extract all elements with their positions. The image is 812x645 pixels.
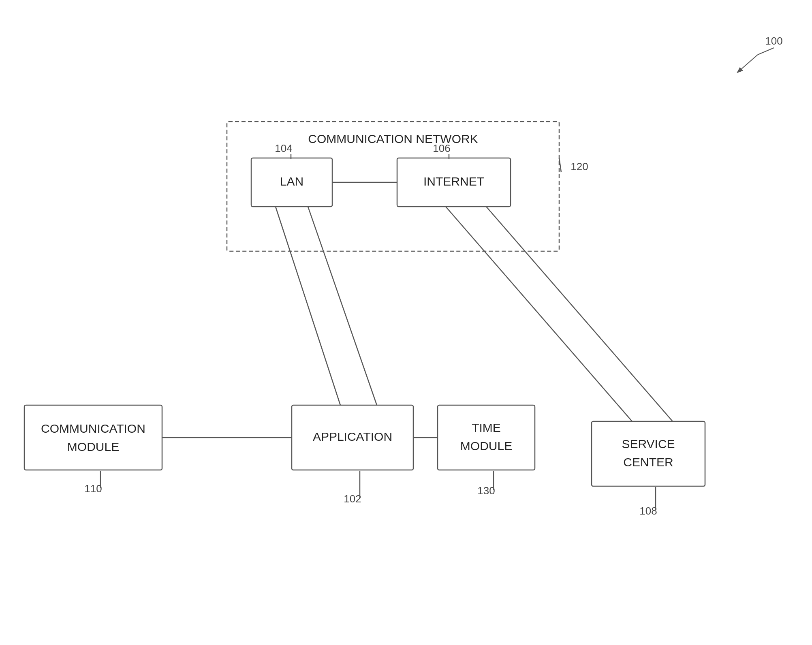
comm-network-ref: 120 <box>571 160 588 173</box>
service-center-label2: CENTER <box>623 455 673 469</box>
lan-ref: 104 <box>275 142 292 154</box>
svg-line-1 <box>758 48 774 55</box>
internet-ref: 106 <box>433 142 450 154</box>
application-ref: 102 <box>344 493 361 505</box>
svg-line-0 <box>741 55 758 69</box>
time-module-label2: MODULE <box>460 439 512 453</box>
communication-module-box <box>24 405 162 470</box>
service-center-ref: 108 <box>639 505 657 517</box>
lan-label: LAN <box>280 175 303 188</box>
communication-network-label: COMMUNICATION NETWORK <box>308 132 478 145</box>
time-module-ref: 130 <box>477 485 495 497</box>
time-module-label1: TIME <box>472 421 501 434</box>
application-label: APPLICATION <box>313 430 392 443</box>
internet-label: INTERNET <box>423 175 484 188</box>
service-center-box <box>592 421 705 486</box>
comm-module-ref: 110 <box>84 483 102 495</box>
figure-ref-label: 100 <box>765 35 782 47</box>
time-module-box <box>438 405 535 470</box>
comm-module-label2: MODULE <box>67 440 119 453</box>
comm-module-label1: COMMUNICATION <box>41 422 145 435</box>
diagram-container: 100 COMMUNICATION NETWORK LAN INTERNET 1… <box>0 0 812 645</box>
internet-service-right-line <box>486 207 673 421</box>
service-center-label1: SERVICE <box>622 437 675 451</box>
